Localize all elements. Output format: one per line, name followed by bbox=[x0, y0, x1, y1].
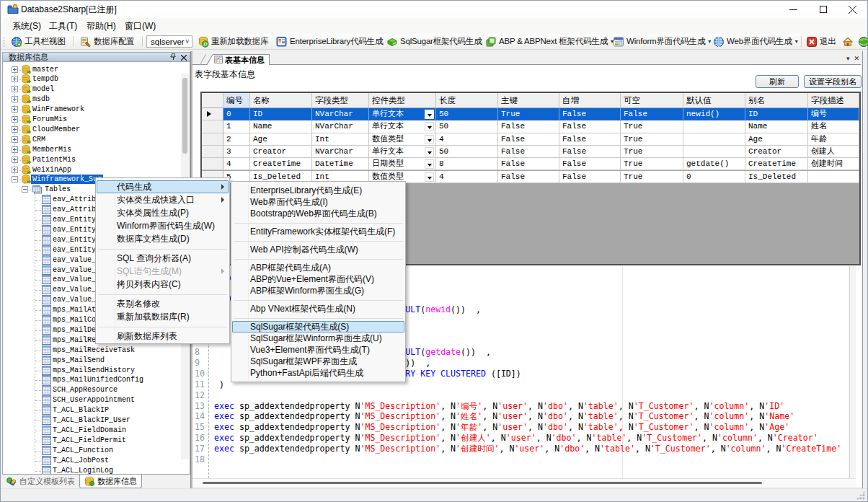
grid-cell[interactable]: ID bbox=[745, 108, 808, 120]
grid-cell[interactable]: 编号 bbox=[808, 108, 859, 120]
tree-item-master[interactable]: master bbox=[3, 65, 60, 75]
menu-help[interactable]: 帮助(H) bbox=[87, 18, 116, 34]
control-type-dropdown[interactable] bbox=[425, 135, 434, 144]
tree-item-ForumMis[interactable]: ForumMis bbox=[3, 115, 68, 125]
tree-item-model[interactable]: model bbox=[3, 84, 56, 94]
menu-window[interactable]: 窗口(W) bbox=[125, 18, 156, 34]
grid-cell[interactable]: 0 bbox=[683, 171, 745, 183]
grid-cell[interactable]: Name bbox=[250, 120, 312, 133]
toolbar-button-db-config[interactable]: 数据库配置 bbox=[80, 34, 135, 49]
grid-cell[interactable]: CreateTime bbox=[745, 158, 808, 170]
grid-column-header-字段类型[interactable]: 字段类型 bbox=[312, 93, 369, 108]
grid-cell[interactable]: 单行文本 bbox=[369, 108, 436, 120]
grid-cell[interactable]: 50 bbox=[436, 120, 498, 133]
grid-cell[interactable]: NVarChar bbox=[312, 120, 369, 133]
grid-cell[interactable] bbox=[683, 146, 745, 158]
expand-icon[interactable] bbox=[12, 66, 18, 73]
resize-grip[interactable] bbox=[856, 490, 865, 500]
tree-item-WeixinApp[interactable]: WeixinApp bbox=[3, 165, 73, 175]
minimize-button[interactable] bbox=[779, 1, 808, 18]
menu-item-代码生成[interactable]: 代码生成 bbox=[96, 180, 229, 193]
control-type-dropdown[interactable] bbox=[425, 110, 434, 119]
grid-cell[interactable]: False bbox=[498, 158, 559, 170]
grid-cell[interactable]: False bbox=[559, 171, 621, 183]
tab-table-basic-info[interactable]: 表基本信息 bbox=[206, 54, 270, 65]
expand-icon[interactable] bbox=[12, 157, 18, 163]
tree-item-CRM[interactable]: CRM bbox=[3, 135, 47, 145]
tree-item-T_ACL_FieldPermit[interactable]: T_ACL_FieldPermit bbox=[3, 436, 128, 446]
tree-item-mps_MailSendHistory[interactable]: mps_MailSendHistory bbox=[3, 366, 136, 376]
grid-cell[interactable] bbox=[808, 171, 859, 183]
grid-cell[interactable]: True bbox=[621, 146, 683, 158]
grid-row-ID[interactable]: 0IDNVarChar单行文本50TrueFalseFalsenewid()ID… bbox=[202, 108, 859, 120]
maximize-button[interactable] bbox=[808, 1, 838, 18]
grid-cell[interactable]: False bbox=[621, 108, 683, 120]
grid-cell[interactable]: 创建人 bbox=[808, 146, 859, 158]
tree-item-T_ACL_BlackIP[interactable]: T_ACL_BlackIP bbox=[3, 405, 110, 415]
grid-cell[interactable]: 50 bbox=[436, 108, 498, 120]
submenu-item-Python+FastApi后端代码生成[interactable]: Python+FastApi后端代码生成 bbox=[231, 367, 405, 379]
refresh-button[interactable]: 刷新 bbox=[756, 75, 799, 88]
tab-list-dropdown-icon[interactable]: ▾ bbox=[846, 54, 850, 63]
grid-cell[interactable]: Name bbox=[745, 120, 808, 133]
tree-item-T_ACL_Function[interactable]: T_ACL_Function bbox=[3, 446, 115, 456]
grid-column-header-可空[interactable]: 可空 bbox=[621, 93, 683, 108]
submenu-item-Vue3+Element界面代码生成(T)[interactable]: Vue3+Element界面代码生成(T) bbox=[231, 344, 405, 356]
row-selector-cell[interactable] bbox=[202, 158, 223, 170]
grid-column-header-默认值[interactable]: 默认值 bbox=[683, 93, 745, 108]
submenu-item-Web界面代码生成(I)[interactable]: Web界面代码生成(I) bbox=[231, 196, 405, 208]
grid-row-CreateTime[interactable]: 4CreateTimeDateTime日期类型8FalseFalseTruege… bbox=[202, 158, 859, 170]
grid-cell[interactable]: Age bbox=[250, 133, 312, 146]
menu-item-SQL 查询分析器(A)[interactable]: SQL 查询分析器(A) bbox=[96, 252, 229, 265]
grid-cell[interactable]: 单行文本 bbox=[369, 146, 436, 158]
expand-icon[interactable] bbox=[12, 167, 18, 173]
collapse-icon[interactable] bbox=[22, 186, 28, 193]
close-button[interactable] bbox=[838, 1, 867, 18]
grid-cell[interactable]: False bbox=[559, 146, 621, 158]
tree-item-WinFramework[interactable]: WinFramework bbox=[3, 105, 86, 115]
grid-cell[interactable]: 3 bbox=[223, 146, 250, 158]
grid-cell[interactable]: 创建时间 bbox=[808, 158, 859, 170]
toolbar-button-web[interactable]: Web界面代码生成▾ bbox=[713, 34, 797, 49]
submenu-item-Bootstrap的Web界面代码生成(B)[interactable]: Bootstrap的Web界面代码生成(B) bbox=[231, 208, 405, 219]
grid-cell[interactable]: True bbox=[621, 158, 683, 170]
submenu-item-SqlSugar框架WPF界面生成[interactable]: SqlSugar框架WPF界面生成 bbox=[231, 356, 405, 367]
grid-cell[interactable]: Age bbox=[745, 133, 808, 146]
tree-scrollbar-thumb[interactable] bbox=[182, 78, 187, 154]
grid-cell[interactable]: Int bbox=[312, 133, 369, 146]
grid-cell[interactable] bbox=[683, 133, 745, 146]
pin-icon[interactable] bbox=[169, 53, 178, 62]
grid-cell[interactable]: Is_Deleted bbox=[745, 171, 808, 183]
set-field-alias-button[interactable]: 设置字段别名 bbox=[804, 75, 862, 88]
submenu-item-ABP框架Winform界面生成(G)[interactable]: ABP框架Winform界面生成(G) bbox=[231, 285, 405, 296]
submenu-item-SqlSugar框架代码生成(S)[interactable]: SqlSugar框架代码生成(S) bbox=[231, 321, 405, 333]
toolbar-button-toolbar-view[interactable]: 工具栏视图 bbox=[11, 34, 66, 49]
grid-cell[interactable]: 4 bbox=[436, 133, 498, 146]
grid-cell[interactable]: True bbox=[621, 120, 683, 133]
grid-column-header-控件类型[interactable]: 控件类型 bbox=[369, 93, 436, 108]
grid-cell[interactable]: 1 bbox=[223, 120, 250, 133]
tree-item-eav_Value_Int[interactable]: eav_Value_Int bbox=[3, 275, 110, 285]
menu-item-实体类属性生成(P)[interactable]: 实体类属性生成(P) bbox=[96, 206, 229, 219]
grid-row-Creator[interactable]: 3CreatorNVarChar单行文本50FalseFalseTrueCrea… bbox=[202, 146, 859, 158]
expand-icon[interactable] bbox=[12, 126, 18, 133]
tree-item-tempdb[interactable]: tempdb bbox=[3, 74, 60, 84]
submenu-item-ABP框架代码生成(A)[interactable]: ABP框架代码生成(A) bbox=[231, 262, 405, 273]
sidebar-tab-数据库信息[interactable]: 数据库信息 bbox=[79, 475, 142, 488]
grid-cell[interactable]: False bbox=[559, 108, 621, 120]
collapse-icon[interactable] bbox=[12, 176, 18, 182]
toolbar-button-sqlsugar[interactable]: SqlSugar框架代码生成 bbox=[386, 34, 482, 49]
grid-cell[interactable]: False bbox=[559, 133, 621, 146]
grid-cell[interactable]: 8 bbox=[436, 158, 498, 170]
expand-icon[interactable] bbox=[12, 106, 18, 113]
grid-cell[interactable]: False bbox=[498, 120, 559, 133]
menu-item-实体类生成快速入口[interactable]: 实体类生成快速入口 bbox=[96, 193, 229, 206]
row-selector-cell[interactable] bbox=[202, 108, 223, 120]
grid-cell[interactable]: False bbox=[559, 158, 621, 170]
grid-cell[interactable]: True bbox=[621, 133, 683, 146]
grid-column-header-编号[interactable]: 编号 bbox=[223, 93, 250, 108]
control-type-dropdown[interactable] bbox=[425, 122, 434, 131]
tree-item-PatientMis[interactable]: PatientMis bbox=[3, 155, 77, 165]
tree-item-T_ACL_BlackIP_User[interactable]: T_ACL_BlackIP_User bbox=[3, 415, 132, 426]
menu-system[interactable]: 系统(S) bbox=[12, 18, 41, 34]
